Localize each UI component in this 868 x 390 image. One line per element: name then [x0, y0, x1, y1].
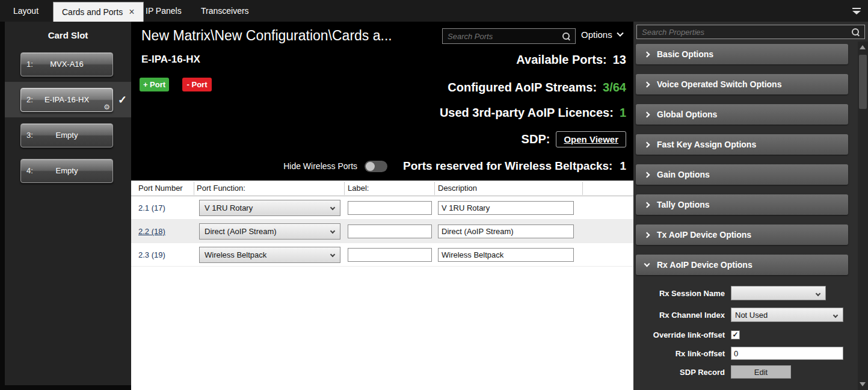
available-ports-stat: Available Ports: 13 [516, 53, 626, 67]
description-input[interactable] [438, 248, 574, 262]
section-tx-aoip-device-options[interactable]: Tx AoIP Device Options [636, 224, 848, 245]
port-number[interactable]: 2.1 (17) [138, 203, 165, 212]
card-slot-2-button[interactable]: 2: E-IPA-16-HX ⚙ [20, 88, 113, 112]
aoip-streams-label: Configured AoIP Streams: [448, 81, 597, 94]
description-input[interactable] [438, 201, 574, 215]
rx-session-name-select[interactable] [731, 286, 826, 300]
scroll-up-icon[interactable] [860, 45, 866, 49]
section-global-options[interactable]: Global Options [636, 104, 848, 125]
scroll-down-icon[interactable] [860, 382, 866, 386]
tab-cards-and-ports[interactable]: Cards and Ports × [53, 2, 144, 22]
label-input[interactable] [348, 248, 432, 262]
port-function-select[interactable]: Direct (AoIP Stream) [199, 223, 340, 240]
card-slot-3-button[interactable]: 3: Empty [20, 123, 113, 147]
card-slot-4-button[interactable]: 4: Empty [20, 159, 113, 183]
toggle-knob-icon [366, 162, 375, 171]
port-function-select[interactable]: V 1RU Rotary [199, 200, 340, 216]
tab-close-icon[interactable]: × [129, 7, 134, 17]
hide-wireless-ports-label: Hide Wireless Ports [283, 161, 357, 171]
chevron-right-icon [644, 202, 650, 208]
section-basic-options[interactable]: Basic Options [636, 44, 848, 64]
search-properties-box [636, 25, 865, 39]
app-window: Layout Cards and Ports × IP Panels Trans… [0, 0, 868, 390]
tab-cards-and-ports-label: Cards and Ports [62, 7, 123, 17]
section-gain-options[interactable]: Gain Options [636, 164, 848, 185]
aoip-licences-label: Used 3rd-party AoIP Licences: [440, 106, 614, 120]
override-link-offset-checkbox[interactable]: ✓ [731, 330, 740, 339]
search-properties-input[interactable] [642, 28, 852, 37]
rx-channel-index-select[interactable]: Not Used [731, 308, 843, 322]
section-label: Tx AoIP Device Options [657, 230, 751, 240]
aoip-licences-value: 1 [620, 106, 626, 120]
card-slot-2-label: E-IPA-16-HX [45, 95, 89, 104]
available-ports-label: Available Ports: [516, 53, 606, 67]
main-content: New Matrix\New Configuration\Cards a... … [131, 22, 633, 390]
properties-scrollbar[interactable] [858, 42, 868, 390]
aoip-streams-stat: Configured AoIP Streams: 3/64 [448, 81, 626, 94]
tab-layout[interactable]: Layout [5, 0, 47, 22]
card-slot-sidebar: Card Slot 1: MVX-A16 2: E-IPA-16-HX ⚙ ✓ … [0, 22, 131, 390]
options-button[interactable]: Options [581, 29, 623, 40]
table-row: 2.1 (17) V 1RU Rotary [131, 196, 633, 220]
chevron-right-icon [644, 111, 650, 117]
wireless-row: Hide Wireless Ports Ports reserved for W… [283, 159, 626, 173]
card-slot-2-number: 2: [26, 95, 33, 104]
search-ports-box [442, 28, 576, 44]
card-slot-row-3: 3: Empty [5, 117, 131, 153]
section-rx-aoip-device-options[interactable]: Rx AoIP Device Options [636, 255, 848, 275]
table-row: 2.2 (18) Direct (AoIP Stream) [131, 220, 633, 243]
properties-panel: Basic Options Voice Operated Switch Opti… [633, 22, 868, 390]
section-label: Basic Options [657, 49, 713, 59]
aoip-streams-value: 3/64 [603, 81, 626, 94]
tab-layout-label: Layout [13, 6, 38, 16]
rx-channel-index-label: Rx Channel Index [633, 311, 725, 320]
port-function-select[interactable]: Wireless Beltpack [199, 247, 340, 263]
sdp-label: SDP: [522, 132, 550, 146]
section-tally-options[interactable]: Tally Options [636, 194, 848, 215]
card-model-title: E-IPA-16-HX [141, 54, 200, 66]
rx-link-offset-input[interactable] [731, 347, 843, 360]
label-input[interactable] [348, 224, 432, 238]
selected-check-icon: ✓ [118, 93, 127, 107]
tab-ip-panels[interactable]: IP Panels [137, 0, 190, 22]
open-viewer-button[interactable]: Open Viewer [556, 131, 626, 147]
options-label: Options [581, 29, 612, 40]
gear-icon[interactable]: ⚙ [103, 103, 110, 111]
card-slot-row-4: 4: Empty [5, 153, 131, 188]
chevron-right-icon [644, 141, 650, 147]
ports-reserved-label: Ports reserved for Wireless Beltpacks: [403, 159, 612, 173]
section-voice-operated-switch-options[interactable]: Voice Operated Switch Options [636, 74, 848, 94]
section-label: Voice Operated Switch Options [657, 79, 781, 89]
label-input[interactable] [348, 201, 432, 215]
card-slot-1-button[interactable]: 1: MVX-A16 [20, 52, 113, 76]
search-icon[interactable] [852, 28, 860, 36]
breadcrumb-title: New Matrix\New Configuration\Cards a... [141, 28, 392, 44]
description-input[interactable] [438, 224, 574, 238]
tab-transceivers[interactable]: Transceivers [192, 0, 257, 22]
section-label: Global Options [657, 110, 717, 119]
sdp-record-edit-button[interactable]: Edit [731, 365, 791, 379]
chevron-down-icon [816, 291, 820, 296]
rx-channel-index-value: Not Used [735, 311, 768, 320]
column-header-description: Description [438, 184, 477, 193]
port-number[interactable]: 2.3 (19) [138, 250, 165, 259]
scrollbar-thumb[interactable] [859, 55, 867, 109]
section-fast-key-assign-options[interactable]: Fast Key Assign Options [636, 134, 848, 155]
chevron-right-icon [644, 51, 650, 57]
tab-overflow-icon[interactable] [852, 8, 861, 14]
add-port-button[interactable]: + Port [140, 78, 169, 91]
card-slot-3-number: 3: [26, 131, 33, 140]
port-number[interactable]: 2.2 (18) [138, 227, 165, 236]
search-icon[interactable] [562, 32, 570, 40]
ports-table: Port Number Port Function: Label: Descri… [131, 181, 633, 390]
section-label: Tally Options [657, 200, 710, 209]
chevron-down-icon [330, 229, 335, 234]
remove-port-button[interactable]: - Port [182, 78, 212, 91]
aoip-licences-stat: Used 3rd-party AoIP Licences: 1 [440, 106, 626, 120]
rx-session-name-field: Rx Session Name [633, 285, 864, 301]
hide-wireless-toggle[interactable] [365, 161, 387, 172]
port-function-value: Direct (AoIP Stream) [205, 227, 277, 236]
available-ports-value: 13 [613, 53, 626, 67]
card-slot-4-number: 4: [26, 166, 33, 175]
search-ports-input[interactable] [448, 32, 562, 41]
